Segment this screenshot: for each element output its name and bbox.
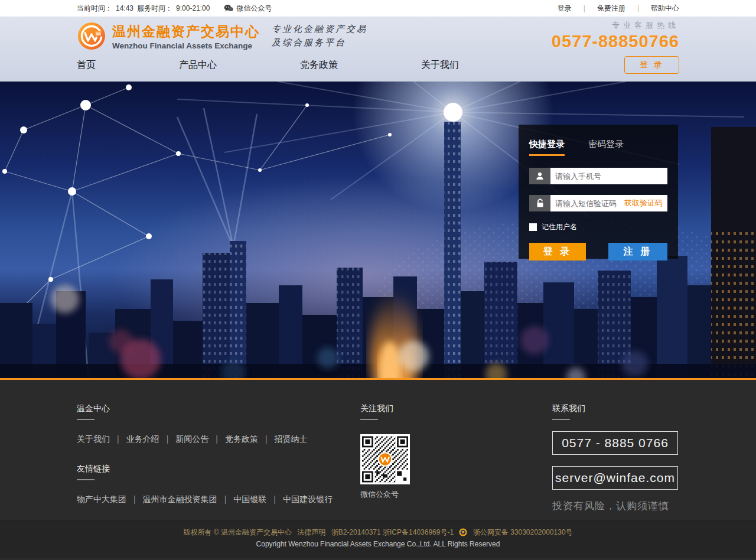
site-logo-icon[interactable] bbox=[77, 21, 106, 51]
remember-checkbox[interactable] bbox=[529, 223, 537, 231]
login-tabs: 快捷登录 密码登录 bbox=[529, 139, 667, 156]
topbar-link[interactable]: 登录 bbox=[558, 4, 572, 14]
site-tagline: 专业化金融资产交易 及综合服务平台 bbox=[272, 22, 367, 50]
hotline-label: 专业客服热线 bbox=[552, 20, 679, 31]
friend-link[interactable]: 温州市金融投资集团 bbox=[126, 494, 217, 505]
service-hotline: 专业客服热线 0577-88850766 bbox=[552, 20, 679, 51]
footer-link[interactable]: 招贤纳士 bbox=[258, 434, 308, 445]
sms-code-input-row: 获取验证码 bbox=[529, 195, 667, 211]
nav-item[interactable]: 首页 bbox=[77, 59, 96, 71]
footer-heading-center: 温金中心 bbox=[77, 403, 333, 414]
psb-record-link[interactable]: 浙公网安备 33030202000130号 bbox=[473, 528, 573, 536]
qr-caption: 微信公众号 bbox=[360, 489, 410, 500]
footer-heading-contact: 联系我们 bbox=[552, 403, 678, 414]
tagline-line-1: 专业化金融资产交易 bbox=[272, 22, 367, 36]
footer-center-column: 温金中心 关于我们业务介绍新闻公告党务政策招贤纳士 友情链接 物产中大集团温州市… bbox=[77, 403, 333, 505]
site-header: 温州金融资产交易中心 Wenzhou Financial Assets Exch… bbox=[0, 17, 756, 82]
footer-friend-links: 物产中大集团温州市金融投资集团中国银联中国建设银行 bbox=[77, 494, 333, 505]
current-time-label: 当前时间： bbox=[77, 4, 112, 14]
top-utility-bar: 当前时间： 14:43 服务时间： 9:00-21:00 微信公众号 登录免费注… bbox=[0, 0, 756, 17]
phone-input-row bbox=[529, 168, 667, 184]
friend-links-block: 友情链接 物产中大集团温州市金融投资集团中国银联中国建设银行 bbox=[77, 464, 333, 505]
footer-link[interactable]: 党务政策 bbox=[208, 434, 258, 445]
lock-icon bbox=[529, 195, 550, 211]
hotline-number: 0577-88850766 bbox=[552, 32, 679, 51]
wechat-icon bbox=[224, 4, 233, 12]
topbar-link[interactable]: 帮助中心 bbox=[625, 4, 679, 14]
risk-warning: 投资有风险，认购须谨慎 bbox=[552, 499, 678, 513]
footer-link[interactable]: 关于我们 bbox=[77, 434, 110, 445]
copyright-bar: 版权所有 © 温州金融资产交易中心 法律声明 浙B2-20140371 浙ICP… bbox=[0, 520, 756, 558]
footer-heading-follow: 关注我们 bbox=[360, 403, 410, 414]
heading-underline bbox=[77, 479, 94, 480]
tab-quick-login[interactable]: 快捷登录 bbox=[529, 139, 565, 156]
footer-link[interactable]: 新闻公告 bbox=[159, 434, 209, 445]
contact-phone[interactable]: 0577 - 8885 0766 bbox=[552, 431, 678, 455]
current-time-value: 14:43 bbox=[116, 4, 133, 12]
get-code-link[interactable]: 获取验证码 bbox=[624, 195, 663, 211]
wechat-qr-code bbox=[360, 434, 410, 484]
hero-banner: 快捷登录 密码登录 获取验证码 记住用户名 bbox=[0, 82, 756, 380]
main-navigation: 首页产品中心党务政策关于我们 登 录 bbox=[77, 51, 679, 79]
heading-underline bbox=[360, 419, 378, 420]
copyright-line-1: 版权所有 © 温州金融资产交易中心 法律声明 浙B2-20140371 浙ICP… bbox=[0, 527, 756, 538]
footer-heading-friends: 友情链接 bbox=[77, 464, 333, 474]
remember-row: 记住用户名 bbox=[529, 222, 667, 232]
nav-item-list: 首页产品中心党务政策关于我们 bbox=[77, 59, 542, 71]
phone-input[interactable] bbox=[550, 168, 667, 184]
police-badge-icon bbox=[459, 528, 467, 536]
site-name-cn: 温州金融资产交易中心 bbox=[112, 22, 260, 41]
icp-number: 浙B2-20140371 浙ICP备14036969号-1 bbox=[331, 528, 454, 536]
topbar-link[interactable]: 免费注册 bbox=[572, 4, 625, 14]
friend-link[interactable]: 中国银联 bbox=[217, 494, 267, 505]
header-login-button[interactable]: 登 录 bbox=[624, 56, 679, 74]
site-name-block: 温州金融资产交易中心 Wenzhou Financial Assets Exch… bbox=[112, 22, 260, 50]
copyright-line-2: Copyright Wenzhou Financial Assets Excha… bbox=[0, 539, 756, 549]
heading-underline bbox=[552, 419, 570, 420]
remember-label: 记住用户名 bbox=[542, 222, 577, 232]
site-name-en: Wenzhou Financial Assets Exchange bbox=[112, 41, 260, 50]
tagline-line-2: 及综合服务平台 bbox=[272, 36, 367, 50]
service-time-value: 9:00-21:00 bbox=[176, 4, 210, 12]
login-panel: 快捷登录 密码登录 获取验证码 记住用户名 bbox=[519, 125, 678, 259]
friend-link[interactable]: 中国建设银行 bbox=[266, 494, 333, 505]
register-button[interactable]: 注 册 bbox=[608, 243, 667, 261]
footer-center-links: 关于我们业务介绍新闻公告党务政策招贤纳士 bbox=[77, 434, 333, 445]
nav-item[interactable]: 关于我们 bbox=[421, 59, 459, 71]
legal-notice-link[interactable]: 法律声明 bbox=[297, 528, 325, 536]
service-time-label: 服务时间： bbox=[137, 4, 172, 14]
tab-password-login[interactable]: 密码登录 bbox=[588, 139, 624, 156]
footer-link[interactable]: 业务介绍 bbox=[110, 434, 159, 445]
footer-follow-column: 关注我们 bbox=[360, 403, 410, 500]
nav-item[interactable]: 党务政策 bbox=[300, 59, 338, 71]
copyright-notice: 版权所有 © 温州金融资产交易中心 bbox=[183, 528, 292, 536]
login-actions: 登 录 注 册 bbox=[529, 243, 667, 261]
footer-contact-column: 联系我们 0577 - 8885 0766 server@winfae.com … bbox=[552, 403, 678, 513]
login-button[interactable]: 登 录 bbox=[529, 243, 586, 261]
user-icon bbox=[529, 168, 550, 184]
wechat-top-link[interactable]: 微信公众号 bbox=[224, 4, 272, 14]
time-info: 当前时间： 14:43 服务时间： 9:00-21:00 微信公众号 bbox=[77, 4, 272, 14]
account-links: 登录免费注册帮助中心 bbox=[558, 4, 679, 14]
friend-link[interactable]: 物产中大集团 bbox=[77, 494, 126, 505]
contact-email[interactable]: server@winfae.com bbox=[552, 466, 678, 490]
wechat-top-label: 微信公众号 bbox=[236, 4, 272, 14]
nav-item[interactable]: 产品中心 bbox=[179, 59, 217, 71]
site-footer: 温金中心 关于我们业务介绍新闻公告党务政策招贤纳士 友情链接 物产中大集团温州市… bbox=[0, 380, 756, 520]
heading-underline bbox=[77, 419, 94, 420]
